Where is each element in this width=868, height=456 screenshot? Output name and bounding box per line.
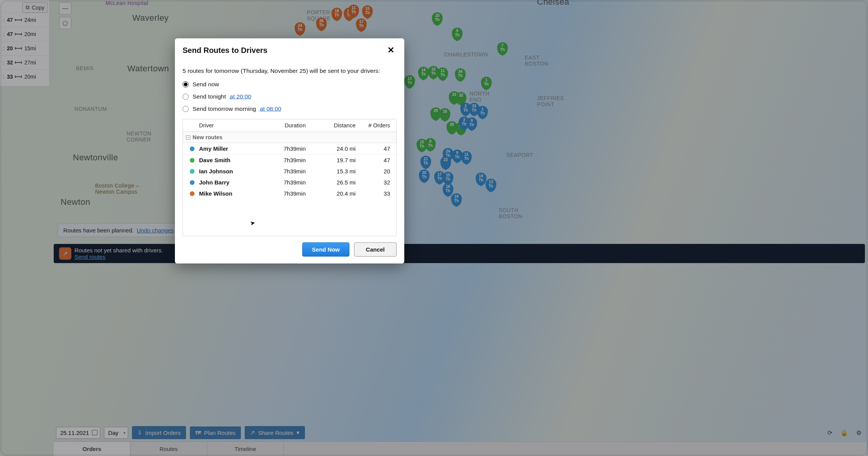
cancel-button[interactable]: Cancel: [354, 242, 397, 257]
radio-send-tonight[interactable]: [183, 94, 189, 100]
option-send-tonight[interactable]: Send tonight at 20:00: [183, 91, 397, 103]
col-orders: # Orders: [359, 122, 394, 128]
table-row: John Barry7h39min26.5 mi32: [183, 177, 396, 188]
color-dot: [190, 180, 194, 185]
driver-name: Ian Johnson: [199, 168, 264, 174]
orders-value: 20: [359, 168, 394, 174]
col-distance: Distance: [310, 122, 359, 128]
duration-value: 7h39min: [264, 145, 310, 152]
col-duration: Duration: [264, 122, 310, 128]
option-label: Send tomorrow morning: [193, 105, 256, 112]
time-link[interactable]: at 08:00: [260, 105, 281, 112]
color-dot: [190, 191, 194, 196]
orders-value: 47: [359, 157, 394, 163]
color-dot: [190, 147, 194, 151]
distance-value: 15.3 mi: [310, 168, 359, 174]
option-send-morning[interactable]: Send tomorrow morning at 08:00: [183, 103, 397, 115]
col-driver: Driver: [199, 122, 264, 128]
routes-table: Driver Duration Distance # Orders − New …: [183, 119, 397, 236]
send-routes-modal: Send Routes to Drivers ✕ 5 routes for to…: [175, 38, 404, 263]
table-group-row[interactable]: − New routes: [183, 132, 396, 143]
collapse-icon[interactable]: −: [186, 135, 190, 140]
table-row: Amy Miller7h39min24.0 mi47: [183, 143, 396, 155]
duration-value: 7h39min: [264, 190, 310, 197]
driver-name: John Barry: [199, 179, 264, 186]
duration-value: 7h39min: [264, 157, 310, 163]
distance-value: 19.7 mi: [310, 157, 359, 163]
driver-name: Mike Wilson: [199, 190, 264, 197]
table-row: Ian Johnson7h39min15.3 mi20: [183, 166, 396, 177]
orders-value: 47: [359, 145, 394, 152]
color-dot: [190, 158, 194, 163]
option-label: Send tonight: [193, 93, 226, 100]
driver-name: Amy Miller: [199, 145, 264, 152]
driver-name: Dave Smith: [199, 157, 264, 163]
option-label: Send now: [193, 81, 219, 88]
table-row: Dave Smith7h39min19.7 mi47: [183, 155, 396, 166]
radio-send-now[interactable]: [183, 81, 189, 87]
time-link[interactable]: at 20:00: [230, 93, 251, 100]
send-now-button[interactable]: Send Now: [302, 242, 349, 257]
modal-lead-text: 5 routes for tomorrow (Thursday, Novembe…: [183, 67, 397, 74]
option-send-now[interactable]: Send now: [183, 78, 397, 91]
color-dot: [190, 169, 194, 174]
modal-title: Send Routes to Drivers: [183, 46, 267, 55]
distance-value: 24.0 mi: [310, 145, 359, 152]
distance-value: 20.4 mi: [310, 190, 359, 197]
duration-value: 7h39min: [264, 179, 310, 186]
table-row: Mike Wilson7h39min20.4 mi33: [183, 188, 396, 199]
close-button[interactable]: ✕: [385, 44, 397, 56]
table-header: Driver Duration Distance # Orders: [183, 119, 396, 132]
radio-send-morning[interactable]: [183, 106, 189, 112]
modal-backdrop: [0, 0, 868, 456]
orders-value: 33: [359, 190, 394, 197]
orders-value: 32: [359, 179, 394, 186]
group-label: New routes: [193, 134, 222, 140]
duration-value: 7h39min: [264, 168, 310, 174]
distance-value: 26.5 mi: [310, 179, 359, 186]
